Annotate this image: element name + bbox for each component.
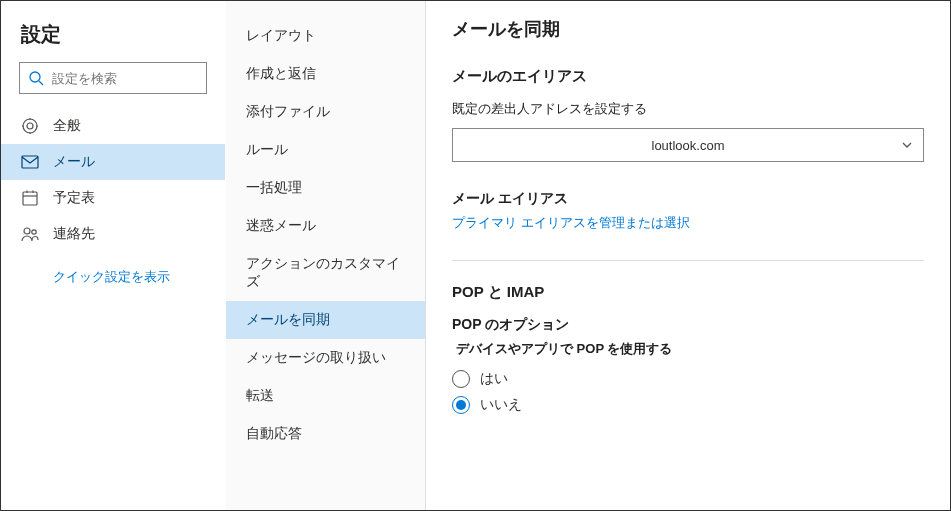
mail-subnav: レイアウト 作成と返信 添付ファイル ルール 一括処理 迷惑メール アクションの… bbox=[226, 1, 426, 510]
section-divider bbox=[452, 260, 924, 261]
nav-label: 連絡先 bbox=[53, 225, 95, 243]
svg-point-14 bbox=[32, 230, 36, 234]
search-icon bbox=[28, 70, 44, 86]
svg-point-0 bbox=[30, 72, 40, 82]
radio-label: いいえ bbox=[480, 396, 522, 414]
subnav-forward[interactable]: 転送 bbox=[226, 377, 425, 415]
people-icon bbox=[21, 225, 39, 243]
nav-label: メール bbox=[53, 153, 95, 171]
manage-alias-link[interactable]: プライマリ エイリアスを管理または選択 bbox=[452, 214, 924, 232]
chevron-down-icon bbox=[901, 139, 913, 151]
quick-settings-link[interactable]: クイック設定を表示 bbox=[1, 252, 225, 286]
settings-primary-nav: 設定 全般 メール 予定表 bbox=[1, 1, 226, 510]
pop-option-label: POP のオプション bbox=[452, 316, 924, 334]
nav-label: 全般 bbox=[53, 117, 81, 135]
gear-icon bbox=[21, 117, 39, 135]
pop-radio-no[interactable]: いいえ bbox=[452, 392, 924, 418]
pop-radio-yes[interactable]: はい bbox=[452, 366, 924, 392]
svg-line-1 bbox=[39, 81, 43, 85]
nav-item-calendar[interactable]: 予定表 bbox=[1, 180, 225, 216]
mail-icon bbox=[21, 153, 39, 171]
settings-content: メールを同期 メールのエイリアス 既定の差出人アドレスを設定する loutloo… bbox=[426, 1, 950, 510]
nav-item-people[interactable]: 連絡先 bbox=[1, 216, 225, 252]
default-from-dropdown[interactable]: loutlook.com bbox=[452, 128, 924, 162]
page-title: 設定 bbox=[1, 9, 225, 62]
settings-search[interactable] bbox=[19, 62, 207, 94]
nav-item-general[interactable]: 全般 bbox=[1, 108, 225, 144]
alias-sub-label: メール エイリアス bbox=[452, 190, 924, 208]
subnav-rules[interactable]: ルール bbox=[226, 131, 425, 169]
radio-icon-checked bbox=[452, 396, 470, 414]
pop-enable-label: デバイスやアプリで POP を使用する bbox=[452, 340, 924, 358]
alias-heading: メールのエイリアス bbox=[452, 67, 924, 86]
nav-label: 予定表 bbox=[53, 189, 95, 207]
svg-point-13 bbox=[24, 228, 30, 234]
subnav-sync[interactable]: メールを同期 bbox=[226, 301, 425, 339]
svg-point-3 bbox=[23, 119, 37, 133]
subnav-layout[interactable]: レイアウト bbox=[226, 17, 425, 55]
pop-imap-heading: POP と IMAP bbox=[452, 283, 924, 302]
subnav-actions[interactable]: アクションのカスタマイズ bbox=[226, 245, 425, 301]
content-title: メールを同期 bbox=[452, 17, 924, 41]
default-from-label: 既定の差出人アドレスを設定する bbox=[452, 100, 924, 118]
radio-label: はい bbox=[480, 370, 508, 388]
subnav-autorep[interactable]: 自動応答 bbox=[226, 415, 425, 453]
svg-point-2 bbox=[27, 123, 33, 129]
svg-rect-9 bbox=[23, 192, 37, 205]
subnav-compose[interactable]: 作成と返信 bbox=[226, 55, 425, 93]
radio-icon bbox=[452, 370, 470, 388]
subnav-sweep[interactable]: 一括処理 bbox=[226, 169, 425, 207]
nav-item-mail[interactable]: メール bbox=[1, 144, 225, 180]
dropdown-value: loutlook.com bbox=[652, 138, 725, 153]
calendar-icon bbox=[21, 189, 39, 207]
subnav-handling[interactable]: メッセージの取り扱い bbox=[226, 339, 425, 377]
subnav-attach[interactable]: 添付ファイル bbox=[226, 93, 425, 131]
svg-rect-8 bbox=[22, 156, 38, 168]
subnav-junk[interactable]: 迷惑メール bbox=[226, 207, 425, 245]
search-input[interactable] bbox=[52, 71, 198, 86]
